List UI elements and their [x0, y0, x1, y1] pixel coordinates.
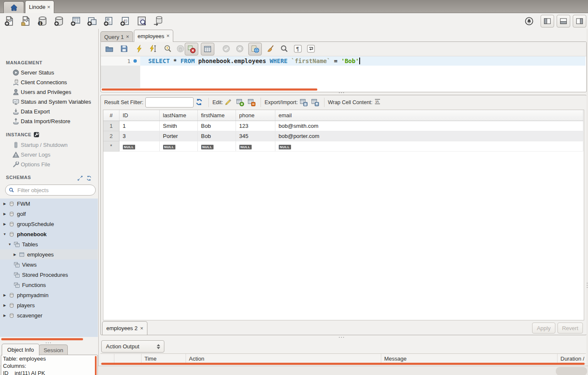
tree-item-phonebook[interactable]: ▼phonebook — [0, 229, 98, 239]
sidebar-item-data-import-restore[interactable]: Data Import/Restore — [0, 116, 98, 126]
table-cell[interactable]: Bob — [197, 121, 236, 131]
table-cell[interactable]: Smith — [159, 121, 197, 131]
create-procedure-button[interactable] — [103, 15, 114, 27]
close-tab-icon[interactable]: × — [47, 5, 50, 9]
close-query-tab-icon[interactable]: × — [126, 35, 129, 39]
column-header-phone[interactable]: phone — [236, 110, 275, 121]
output-selector[interactable]: Action Output — [101, 340, 164, 353]
sidebar-item-server-status[interactable]: Server Status — [0, 68, 98, 77]
sidebar-item-client-connections[interactable]: Client Connections — [0, 77, 98, 87]
sidebar-item-status-and-system-variables[interactable]: Status and System Variables — [0, 97, 98, 107]
search-data-button[interactable] — [136, 15, 147, 27]
new-sql-tab-button[interactable]: SQL — [3, 15, 15, 27]
apply-button[interactable]: Apply — [532, 323, 555, 334]
column-header-email[interactable]: email — [275, 110, 583, 121]
revert-button[interactable]: Revert — [557, 323, 583, 334]
tree-item-phpmyadmin[interactable]: ▶phpmyadmin — [0, 290, 98, 300]
schema-filter-input[interactable] — [17, 187, 82, 194]
create-table-button[interactable] — [69, 15, 81, 27]
create-schema-button[interactable] — [53, 15, 65, 27]
open-sql-script-button[interactable]: SQL — [20, 15, 32, 27]
panel-right-toggle-button[interactable] — [573, 15, 586, 28]
table-cell[interactable]: 3 — [119, 131, 159, 141]
tree-item-employees[interactable]: ▶employees — [0, 249, 98, 259]
result-filter-input[interactable] — [145, 97, 194, 108]
wrap-button[interactable] — [305, 43, 317, 55]
export-recordset-button[interactable] — [300, 98, 308, 106]
refresh-schemas-button[interactable] — [86, 175, 92, 181]
query-tab-employees[interactable]: employees× — [134, 30, 173, 42]
create-function-button[interactable]: f() — [119, 15, 131, 27]
toggle-stop-on-error-button[interactable] — [185, 43, 198, 55]
invisibles-button[interactable]: ¶ — [291, 43, 304, 55]
table-cell[interactable]: 345 — [236, 131, 275, 141]
column-header-lastName[interactable]: lastName — [159, 110, 197, 121]
info-tab-object-info[interactable]: Object Info — [2, 344, 39, 356]
column-header-row-number[interactable]: # — [103, 110, 119, 121]
table-cell[interactable]: 1 — [119, 121, 159, 131]
panel-left-toggle-button[interactable] — [541, 15, 554, 28]
alert-button[interactable] — [524, 16, 535, 27]
tree-item-tables[interactable]: ▼Tables — [0, 239, 98, 249]
tree-item-scavenger[interactable]: ▶scavenger — [0, 310, 98, 320]
query-tab-query-1[interactable]: Query 1× — [100, 31, 133, 42]
action-output-scrollbar[interactable] — [101, 363, 585, 365]
table-cell[interactable]: 123 — [236, 121, 275, 131]
inspect-database-button[interactable]: i — [36, 15, 48, 27]
sidebar-item-startup-shutdown[interactable]: Startup / Shutdown — [0, 140, 98, 150]
panel-bottom-toggle-button[interactable] — [557, 15, 570, 28]
close-result-tab-icon[interactable]: × — [140, 326, 144, 331]
sidebar-splitter-grip[interactable] — [46, 342, 47, 343]
tree-item-groupschedule[interactable]: ▶groupSchedule — [0, 219, 98, 229]
column-header-ID[interactable]: ID — [119, 110, 159, 121]
edit-cell-button[interactable] — [225, 98, 233, 106]
result-output-splitter-grip[interactable] — [339, 337, 340, 338]
sql-statement-line[interactable]: SELECT * FROM phonebook.employees WHERE … — [140, 56, 585, 66]
beautify-button[interactable] — [264, 43, 277, 55]
commit-button[interactable] — [220, 43, 233, 55]
limit-rows-button[interactable] — [201, 43, 214, 55]
tree-item-views[interactable]: Views — [0, 259, 98, 270]
rollback-button[interactable] — [233, 43, 246, 55]
table-cell[interactable]: bob@porter.com — [275, 131, 583, 141]
info-tab-session[interactable]: Session — [39, 345, 68, 356]
tree-item-golf[interactable]: ▶golf — [0, 209, 98, 219]
tree-item-players[interactable]: ▶players — [0, 300, 98, 310]
tree-item-fwm[interactable]: ▶FWM — [0, 199, 98, 209]
table-cell[interactable]: bob@smith.com — [275, 121, 583, 131]
open-file-button[interactable] — [103, 43, 116, 55]
delete-row-button[interactable] — [247, 98, 255, 106]
home-tab[interactable] — [3, 1, 24, 13]
table-cell[interactable]: Bob — [197, 131, 236, 141]
result-bottom-tab[interactable]: employees 2 × — [102, 321, 147, 335]
tree-item-stored-procedures[interactable]: Stored Procedures — [0, 270, 98, 280]
table-cell[interactable]: Porter — [159, 131, 197, 141]
editor-result-splitter-grip[interactable] — [339, 92, 340, 93]
table-row[interactable]: 23PorterBob345bob@porter.com — [103, 131, 583, 141]
sidebar-item-options-file[interactable]: Options File — [0, 160, 98, 169]
sidebar-item-server-logs[interactable]: Server Logs — [0, 150, 98, 160]
sidebar-item-data-export[interactable]: Data Export — [0, 107, 98, 116]
connection-tab[interactable]: Linode × — [25, 0, 54, 13]
right-splitter-grip[interactable] — [587, 283, 588, 284]
explain-button[interactable] — [161, 43, 174, 55]
table-row[interactable]: 11SmithBob123bob@smith.com — [103, 121, 583, 131]
object-info-scrollbar[interactable] — [95, 356, 97, 375]
refresh-result-button[interactable] — [195, 98, 203, 106]
new-row-placeholder[interactable]: *NULLNULLNULLNULLNULL — [103, 141, 583, 152]
toggle-autocommit-button[interactable] — [248, 43, 262, 55]
sidebar-item-users-and-privileges[interactable]: Users and Privileges — [0, 87, 98, 97]
execute-button[interactable] — [133, 43, 146, 55]
editor-h-scrollbar[interactable] — [102, 88, 317, 91]
result-table[interactable]: #IDlastNamefirstNamephoneemail11SmithBob… — [103, 110, 583, 152]
wrap-cell-content-button[interactable]: IA — [374, 98, 382, 106]
sql-code-area[interactable]: 1 SELECT * FROM phonebook.employees WHER… — [101, 56, 585, 88]
execute-current-button[interactable] — [147, 43, 159, 55]
save-button[interactable] — [118, 43, 130, 55]
sidebar-scrollbar[interactable] — [1, 338, 83, 340]
import-records-button[interactable] — [311, 98, 319, 106]
find-button[interactable] — [278, 43, 291, 55]
insert-row-button[interactable] — [236, 98, 244, 106]
expand-schemas-button[interactable] — [77, 175, 83, 181]
tree-item-functions[interactable]: Functions — [0, 280, 98, 290]
